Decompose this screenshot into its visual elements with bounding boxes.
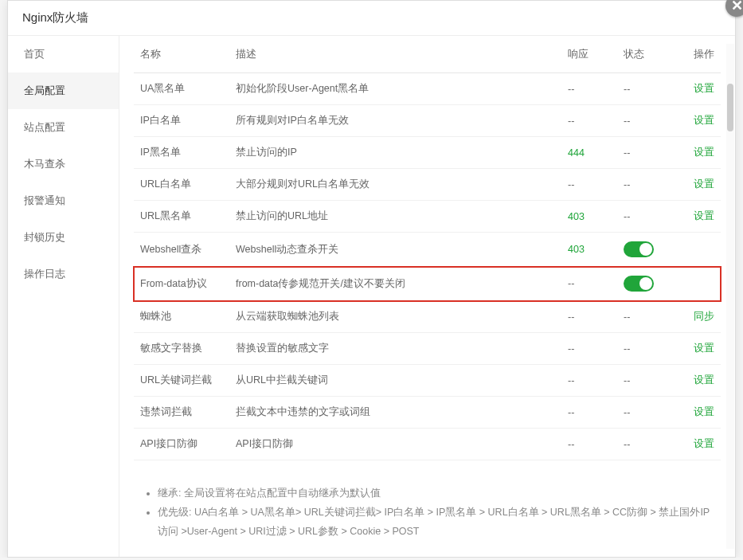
cell-action: 设置 xyxy=(673,169,721,201)
action-link[interactable]: 设置 xyxy=(694,438,714,449)
cell-status: -- xyxy=(617,201,673,233)
cell-name: API接口防御 xyxy=(134,429,229,460)
action-link[interactable]: 设置 xyxy=(694,343,714,354)
cell-resp: -- xyxy=(561,301,617,333)
cell-action: 设置 xyxy=(673,333,721,365)
cell-action: 设置 xyxy=(673,137,721,169)
cell-action: 设置 xyxy=(673,73,721,105)
th-resp: 响应 xyxy=(561,36,617,73)
note-priority: 优先级: UA白名单 > UA黑名单> URL关键词拦截> IP白名单 > IP… xyxy=(158,503,711,542)
table-row: 敏感文字替换替换设置的敏感文字----设置 xyxy=(134,333,721,365)
table-row: URL白名单大部分规则对URL白名单无效----设置 xyxy=(134,169,721,201)
action-link[interactable]: 设置 xyxy=(694,210,714,221)
sidebar: 首页 全局配置 站点配置 木马查杀 报警通知 封锁历史 操作日志 xyxy=(8,36,119,557)
cell-action xyxy=(673,267,721,301)
cell-name: IP白名单 xyxy=(134,105,229,137)
action-link[interactable]: 设置 xyxy=(694,147,714,158)
cell-name: UA黑名单 xyxy=(134,73,229,105)
action-link[interactable]: 设置 xyxy=(694,83,714,94)
notes: 继承: 全局设置将在站点配置中自动继承为默认值 优先级: UA白名单 > UA黑… xyxy=(119,460,735,557)
cell-name: IP黑名单 xyxy=(134,137,229,169)
cell-desc: API接口防御 xyxy=(229,429,561,460)
close-icon: ✕ xyxy=(731,0,743,14)
cell-resp: -- xyxy=(561,397,617,429)
cell-desc: 大部分规则对URL白名单无效 xyxy=(229,169,561,201)
action-link[interactable]: 设置 xyxy=(694,406,714,417)
table-row: URL黑名单禁止访问的URL地址403--设置 xyxy=(134,201,721,233)
cell-status xyxy=(617,233,673,267)
action-link[interactable]: 同步 xyxy=(694,311,714,322)
table-row: 违禁词拦截拦截文本中违禁的文字或词组----设置 xyxy=(134,397,721,429)
cell-status: -- xyxy=(617,397,673,429)
content-pane: 名称 描述 响应 状态 操作 UA黑名单初始化阶段User-Agent黑名单--… xyxy=(119,36,735,557)
cell-resp: -- xyxy=(561,105,617,137)
cell-action: 设置 xyxy=(673,429,721,460)
cell-action: 设置 xyxy=(673,365,721,397)
cell-action: 设置 xyxy=(673,201,721,233)
cell-name: 蜘蛛池 xyxy=(134,301,229,333)
cell-status xyxy=(617,267,673,301)
toggle-switch[interactable] xyxy=(624,241,654,257)
cell-desc: Webshell动态查杀开关 xyxy=(229,233,561,267)
cell-resp: -- xyxy=(561,429,617,460)
cell-name: 违禁词拦截 xyxy=(134,397,229,429)
rules-table: 名称 描述 响应 状态 操作 UA黑名单初始化阶段User-Agent黑名单--… xyxy=(134,36,721,460)
th-name: 名称 xyxy=(134,36,229,73)
sidebar-item-site-config[interactable]: 站点配置 xyxy=(8,109,119,146)
cell-action xyxy=(673,233,721,267)
cell-desc: 所有规则对IP白名单无效 xyxy=(229,105,561,137)
action-link[interactable]: 设置 xyxy=(694,178,714,190)
cell-name: URL关键词拦截 xyxy=(134,365,229,397)
table-row: Webshell查杀Webshell动态查杀开关403 xyxy=(134,233,721,267)
cell-status: -- xyxy=(617,105,673,137)
cell-resp: -- xyxy=(561,73,617,105)
th-status: 状态 xyxy=(617,36,673,73)
cell-name: 敏感文字替换 xyxy=(134,333,229,365)
action-link[interactable]: 设置 xyxy=(694,374,714,386)
sidebar-item-alert-notify[interactable]: 报警通知 xyxy=(8,182,119,219)
cell-action: 设置 xyxy=(673,397,721,429)
cell-status: -- xyxy=(617,301,673,333)
cell-name: URL黑名单 xyxy=(134,201,229,233)
toggle-switch[interactable] xyxy=(624,276,654,292)
sidebar-item-operation-log[interactable]: 操作日志 xyxy=(8,256,119,292)
cell-desc: 禁止访问的IP xyxy=(229,137,561,169)
cell-status: -- xyxy=(617,333,673,365)
cell-desc: 从URL中拦截关键词 xyxy=(229,365,561,397)
cell-name: From-data协议 xyxy=(134,267,229,301)
action-link[interactable]: 设置 xyxy=(694,115,714,126)
cell-resp: -- xyxy=(561,169,617,201)
cell-desc: 拦截文本中违禁的文字或词组 xyxy=(229,397,561,429)
table-row: 蜘蛛池从云端获取蜘蛛池列表----同步 xyxy=(134,301,721,333)
cell-status: -- xyxy=(617,429,673,460)
table-row: API接口防御API接口防御----设置 xyxy=(134,429,721,460)
th-desc: 描述 xyxy=(229,36,561,73)
cell-resp: -- xyxy=(561,333,617,365)
cell-action: 设置 xyxy=(673,105,721,137)
sidebar-item-block-history[interactable]: 封锁历史 xyxy=(8,219,119,256)
table-row: From-data协议from-data传参规范开关/建议不要关闭-- xyxy=(134,267,721,301)
cell-status: -- xyxy=(617,365,673,397)
cell-desc: 从云端获取蜘蛛池列表 xyxy=(229,301,561,333)
sidebar-item-home[interactable]: 首页 xyxy=(8,36,119,72)
cell-resp: 403 xyxy=(561,233,617,267)
cell-status: -- xyxy=(617,169,673,201)
table-row: IP黑名单禁止访问的IP444--设置 xyxy=(134,137,721,169)
sidebar-item-trojan-scan[interactable]: 木马查杀 xyxy=(8,146,119,182)
scrollbar-thumb[interactable] xyxy=(727,84,733,131)
cell-resp: 444 xyxy=(561,137,617,169)
cell-action: 同步 xyxy=(673,301,721,333)
cell-desc: from-data传参规范开关/建议不要关闭 xyxy=(229,267,561,301)
sidebar-item-global-config[interactable]: 全局配置 xyxy=(8,72,119,109)
note-inherit: 继承: 全局设置将在站点配置中自动继承为默认值 xyxy=(158,484,711,503)
table-row: URL关键词拦截从URL中拦截关键词----设置 xyxy=(134,365,721,397)
th-action: 操作 xyxy=(673,36,721,73)
cell-resp: -- xyxy=(561,365,617,397)
cell-resp: 403 xyxy=(561,201,617,233)
cell-status: -- xyxy=(617,73,673,105)
cell-resp: -- xyxy=(561,267,617,301)
nginx-firewall-modal: ✕ Nginx防火墙 首页 全局配置 站点配置 木马查杀 报警通知 封锁历史 操… xyxy=(7,0,736,558)
cell-name: Webshell查杀 xyxy=(134,233,229,267)
table-row: IP白名单所有规则对IP白名单无效----设置 xyxy=(134,105,721,137)
cell-desc: 替换设置的敏感文字 xyxy=(229,333,561,365)
